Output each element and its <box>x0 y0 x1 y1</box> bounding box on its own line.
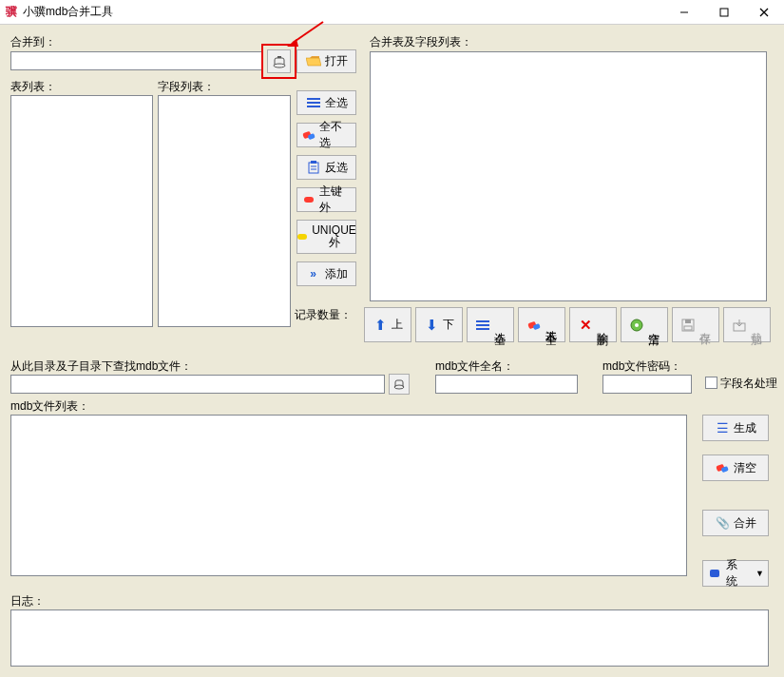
invert-selection-button[interactable]: 反选 <box>296 155 356 180</box>
toolbar-select-none-button[interactable]: 全不选 <box>518 307 565 342</box>
search-dir-browse-button[interactable] <box>389 374 410 395</box>
svg-rect-20 <box>476 324 489 326</box>
unique-outside-label: UNIQUE 外 <box>312 224 356 249</box>
merge-tables-fields-listbox[interactable] <box>370 51 767 301</box>
move-down-label: 下 <box>443 317 454 333</box>
browse-button[interactable] <box>267 49 291 73</box>
maximize-button[interactable] <box>704 0 744 25</box>
blue-square-icon <box>707 566 722 581</box>
filelist-label: mdb文件列表： <box>10 398 89 415</box>
paperclip-icon: 📎 <box>715 515 730 531</box>
x-icon: ✕ <box>578 318 593 333</box>
fields-listbox[interactable] <box>158 95 291 327</box>
svg-rect-5 <box>277 56 281 58</box>
generate-label: 生成 <box>734 420 756 436</box>
move-down-button[interactable]: ⬇ 下 <box>415 307 463 342</box>
close-button[interactable] <box>744 0 784 25</box>
svg-rect-17 <box>304 197 314 203</box>
browse-icon <box>272 54 287 69</box>
tables-label: 表列表： <box>10 79 56 95</box>
folder-open-icon <box>306 54 321 69</box>
svg-line-6 <box>293 22 323 43</box>
fieldname-proc-checkbox[interactable] <box>705 377 717 389</box>
open-button[interactable]: 打开 <box>296 49 356 73</box>
filelist-listbox[interactable] <box>10 415 687 576</box>
unique-outside-button[interactable]: UNIQUE 外 <box>296 220 356 254</box>
generate-button[interactable]: ☰ 生成 <box>702 415 769 441</box>
add-button[interactable]: » 添加 <box>296 261 356 286</box>
svg-rect-27 <box>685 319 691 323</box>
svg-rect-21 <box>476 328 489 330</box>
select-none-label: 全不选 <box>319 119 352 151</box>
clear-files-label: 清空 <box>734 460 756 476</box>
merge-label: 合并 <box>734 515 756 532</box>
title-bar: 骥 小骥mdb合并工具 <box>0 0 784 25</box>
fields-label: 字段列表： <box>158 79 215 95</box>
browse-icon-2 <box>392 377 407 392</box>
client-area: 合并到： 打开 表列表： 字段列表： 全选 全不选 反选 主键外 <box>0 25 784 677</box>
close-icon <box>759 8 769 17</box>
svg-rect-13 <box>309 163 318 173</box>
maximize-icon <box>719 8 729 17</box>
chevrons-right-icon: » <box>306 266 321 281</box>
delete-button[interactable]: ✕ 删除 <box>569 307 617 342</box>
fullname-input[interactable] <box>435 375 578 394</box>
open-button-label: 打开 <box>325 53 348 69</box>
svg-rect-19 <box>476 320 489 322</box>
log-label: 日志： <box>10 593 45 609</box>
select-all-icon <box>306 95 321 110</box>
password-label: mdb文件密码： <box>602 358 681 375</box>
password-input[interactable] <box>602 375 692 394</box>
clear-files-button[interactable]: 清空 <box>702 455 769 481</box>
svg-rect-18 <box>297 234 307 240</box>
svg-rect-1 <box>720 9 728 16</box>
system-dropdown-button[interactable]: 系统 ▼ <box>702 560 769 587</box>
pk-outside-label: 主键外 <box>319 184 352 216</box>
system-label: 系统 <box>726 557 748 590</box>
log-textarea[interactable] <box>10 609 769 667</box>
merge-button[interactable]: 📎 合并 <box>702 510 769 536</box>
merge-to-label: 合并到： <box>10 34 56 50</box>
svg-marker-7 <box>287 39 298 47</box>
move-up-button[interactable]: ⬆ 上 <box>364 307 411 342</box>
tables-listbox[interactable] <box>10 95 153 327</box>
toolbar-select-all-button[interactable]: 全选 <box>467 307 514 342</box>
arrow-up-icon: ⬆ <box>373 318 388 333</box>
load-icon <box>732 318 747 333</box>
search-dir-label: 从此目录及子目录下查找mdb文件： <box>10 358 192 375</box>
svg-rect-28 <box>684 326 692 330</box>
select-all-label: 全选 <box>325 95 348 111</box>
yellow-dot-icon <box>296 229 308 244</box>
minimize-button[interactable] <box>664 0 704 25</box>
fullname-label: mdb文件全名： <box>435 358 514 375</box>
window-title: 小骥mdb合并工具 <box>23 4 664 20</box>
svg-rect-33 <box>710 570 719 577</box>
annotation-red-arrow <box>285 20 328 48</box>
load-button[interactable]: 加载 <box>723 307 771 342</box>
app-icon: 骥 <box>4 5 19 20</box>
arrow-down-icon: ⬇ <box>424 318 439 333</box>
svg-point-25 <box>635 323 639 327</box>
invert-selection-label: 反选 <box>325 160 348 176</box>
svg-point-4 <box>274 64 285 68</box>
red-dot-icon <box>301 192 316 207</box>
merge-to-input[interactable] <box>10 51 263 70</box>
disc-icon <box>629 318 644 333</box>
add-button-label: 添加 <box>325 266 348 282</box>
eraser-icon <box>301 127 316 143</box>
list-icon: ☰ <box>715 420 730 435</box>
save-button[interactable]: 保存 <box>672 307 719 342</box>
eraser-icon-3 <box>715 460 730 475</box>
select-all-button[interactable]: 全选 <box>296 90 356 115</box>
save-icon <box>680 318 696 333</box>
minimize-icon <box>679 8 689 17</box>
merge-tables-fields-label: 合并表及字段列表： <box>370 34 472 50</box>
eraser-icon-2 <box>526 318 542 333</box>
toolbar-clear-button[interactable]: 清空 <box>621 307 668 342</box>
chevron-down-icon: ▼ <box>755 569 764 578</box>
search-dir-input[interactable] <box>10 375 385 394</box>
select-none-button[interactable]: 全不选 <box>296 123 356 147</box>
svg-rect-14 <box>311 161 316 164</box>
pk-outside-button[interactable]: 主键外 <box>296 187 356 212</box>
move-up-label: 上 <box>392 317 403 333</box>
